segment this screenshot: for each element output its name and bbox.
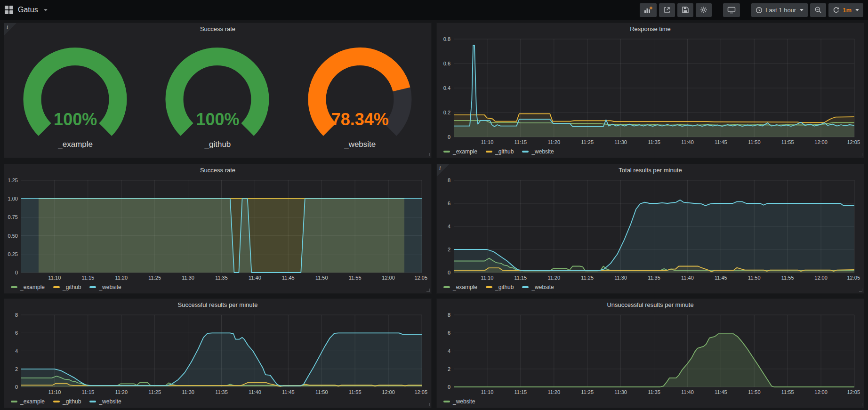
panel-resize-handle[interactable]: [426, 289, 430, 292]
save-button[interactable]: [677, 3, 693, 17]
panel-resize-handle[interactable]: [426, 403, 430, 406]
success-rate-chart[interactable]: 00.250.500.751.001.2511:1011:1511:2011:2…: [5, 176, 428, 282]
tick-label: 11:25: [148, 389, 161, 395]
save-icon: [682, 6, 689, 14]
zoom-out-icon: [814, 6, 822, 14]
legend-item-_website[interactable]: _website: [522, 284, 554, 290]
legend-series-label: _website: [99, 284, 121, 290]
tick-label: 11:10: [48, 275, 61, 281]
legend-item-_example[interactable]: _example: [11, 284, 45, 290]
tick-label: 0.50: [8, 233, 18, 239]
legend-swatch: [89, 401, 96, 402]
tick-label: 11:40: [249, 389, 261, 395]
legend-item-_website[interactable]: _website: [89, 398, 121, 405]
legend-series-label: _example: [20, 284, 45, 290]
legend-series-label: _github: [63, 398, 81, 405]
panel-resize-handle[interactable]: [426, 153, 430, 156]
gear-icon: [700, 6, 707, 14]
panel-header[interactable]: Unsuccessful results per minute: [437, 299, 864, 310]
chevron-down-icon: [855, 9, 859, 11]
panel-header[interactable]: Success rate: [4, 164, 431, 176]
tick-label: 12:00: [814, 389, 828, 395]
settings-button[interactable]: [696, 3, 712, 17]
legend-item-_example[interactable]: _example: [11, 398, 45, 405]
zoom-out-button[interactable]: [810, 3, 826, 17]
legend-item-_website[interactable]: _website: [443, 398, 475, 405]
legend-swatch: [443, 286, 450, 288]
tick-label: 11:45: [282, 275, 295, 281]
legend: _example_github_website: [11, 397, 121, 406]
tick-label: 11:55: [781, 389, 794, 395]
tick-label: 11:25: [581, 139, 594, 145]
unsuccessful-results-chart[interactable]: 0246811:1011:1511:2011:2511:3011:3511:40…: [438, 310, 861, 396]
tick-label: 11:40: [681, 275, 694, 281]
response-time-chart[interactable]: 00.20.40.60.811:1011:1511:2011:2511:3011…: [438, 34, 861, 146]
tick-label: 11:20: [547, 139, 560, 145]
tick-label: 0: [448, 134, 450, 140]
legend-item-_github[interactable]: _github: [53, 284, 81, 290]
legend-item-_github[interactable]: _github: [53, 398, 81, 405]
tick-label: 11:45: [715, 389, 727, 395]
tick-label: 11:35: [215, 389, 228, 395]
legend-series-label: _github: [495, 148, 514, 155]
legend-series-label: _example: [453, 284, 477, 290]
legend: _example_github_website: [443, 147, 554, 156]
add-panel-button[interactable]: [640, 3, 657, 17]
tick-label: 11:10: [481, 389, 494, 395]
apps-grid-icon[interactable]: [5, 6, 13, 14]
tick-label: 11:35: [648, 139, 660, 145]
gauge-label: _example: [4, 140, 146, 149]
tick-label: 0.25: [8, 251, 18, 257]
legend-swatch: [11, 401, 17, 402]
tick-label: 0.2: [443, 110, 450, 115]
successful-results-chart[interactable]: 0246811:1011:1511:2011:2511:3011:3511:40…: [5, 310, 428, 396]
tick-label: 4: [448, 224, 450, 229]
panel-total-results: i Total results per minute 0246811:1011:…: [436, 164, 864, 294]
legend-item-_website[interactable]: _website: [89, 284, 121, 290]
legend-swatch: [11, 286, 17, 288]
legend-item-_example[interactable]: _example: [443, 148, 477, 155]
tick-label: 11:45: [715, 139, 727, 145]
legend-item-_github[interactable]: _github: [486, 284, 514, 290]
tick-label: 11:50: [748, 389, 761, 395]
panel-header[interactable]: Response time: [437, 23, 864, 34]
tv-mode-button[interactable]: [723, 3, 740, 17]
panel-header[interactable]: Successful results per minute: [4, 299, 431, 310]
panel-resize-handle[interactable]: [859, 289, 862, 292]
chevron-down-icon[interactable]: [44, 9, 48, 11]
legend-swatch: [486, 286, 492, 288]
legend-item-_github[interactable]: _github: [486, 148, 514, 155]
panel-resize-handle[interactable]: [859, 153, 862, 156]
tick-label: 12:05: [414, 275, 427, 281]
series-fill-_website: [21, 199, 422, 273]
panel-header[interactable]: Total results per minute: [437, 164, 864, 176]
gauges-row: 100% _example 100% _github 78.34% _websi…: [4, 39, 431, 155]
tick-label: 11:25: [581, 275, 594, 281]
tick-label: 11:45: [715, 275, 727, 281]
legend: _website: [443, 397, 475, 406]
legend-swatch: [443, 401, 450, 402]
total-results-chart[interactable]: 0246811:1011:1511:2011:2511:3011:3511:40…: [438, 176, 861, 282]
share-button[interactable]: [659, 3, 675, 17]
panel-header[interactable]: Success rate: [4, 23, 431, 34]
time-range-button[interactable]: Last 1 hour: [751, 3, 808, 17]
tick-label: 6: [15, 330, 18, 336]
panel-resize-handle[interactable]: [859, 403, 862, 406]
tick-label: 11:30: [182, 275, 194, 281]
tick-label: 2: [448, 247, 450, 252]
tick-label: 12:00: [382, 275, 395, 281]
legend-series-label: _website: [531, 148, 554, 155]
tick-label: 11:30: [614, 389, 627, 395]
tick-label: 0.4: [443, 85, 450, 91]
refresh-button[interactable]: 1m: [828, 3, 863, 17]
dashboard-title[interactable]: Gatus: [18, 6, 38, 14]
tick-label: 11:20: [547, 275, 560, 281]
legend-series-label: _github: [63, 284, 81, 290]
legend-item-_website[interactable]: _website: [522, 148, 554, 155]
tick-label: 11:15: [81, 275, 94, 281]
legend-item-_example[interactable]: _example: [443, 284, 477, 290]
panel-title: Success rate: [200, 167, 235, 174]
tick-label: 0: [15, 270, 18, 275]
tick-label: 2: [15, 366, 18, 372]
chevron-down-icon: [800, 9, 804, 11]
